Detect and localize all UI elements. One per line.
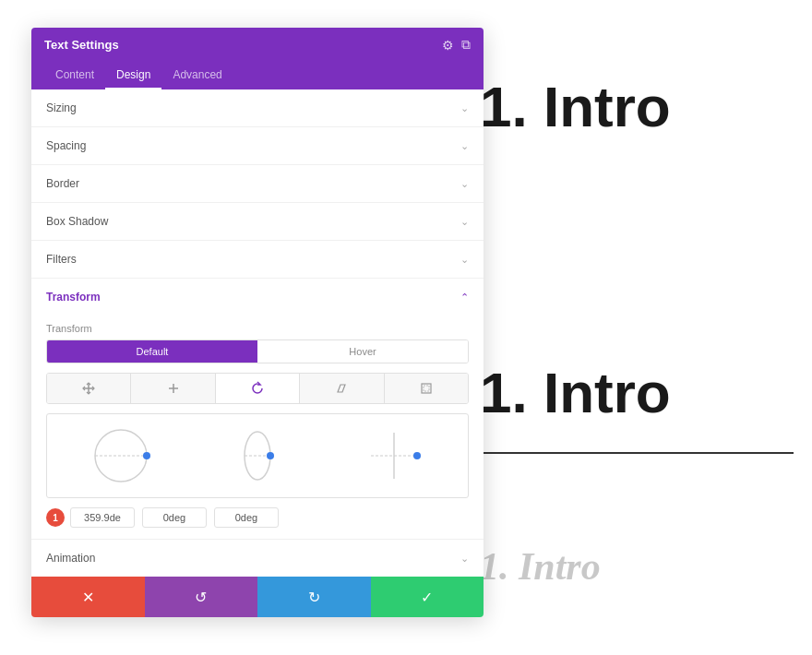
dial-z-visual[interactable] — [362, 423, 426, 488]
settings-icon[interactable]: ⚙ — [442, 38, 454, 53]
expand-icon[interactable]: ⧉ — [461, 37, 471, 53]
panel-title: Text Settings — [44, 38, 119, 52]
section-transform[interactable]: Transform ⌃ — [31, 279, 484, 316]
scale-icon-btn[interactable] — [385, 374, 468, 403]
animation-label: Animation — [46, 552, 95, 565]
dial-x-visual[interactable] — [89, 423, 153, 488]
x-badge: 1 — [46, 508, 65, 527]
svg-point-8 — [143, 452, 150, 459]
undo-icon: ↺ — [195, 589, 207, 606]
redo-button[interactable]: ↻ — [257, 577, 371, 617]
undo-button[interactable]: ↺ — [145, 577, 258, 617]
sizing-chevron: ⌄ — [460, 102, 469, 114]
confirm-icon: ✓ — [421, 589, 433, 606]
cancel-icon: ✕ — [82, 589, 94, 606]
bg-intro-3: 1. Intro — [480, 544, 601, 589]
tab-content[interactable]: Content — [44, 62, 105, 89]
state-default-btn[interactable]: Default — [47, 340, 257, 363]
y-rotation-input[interactable] — [142, 507, 207, 528]
tabs-bar: Content Design Advanced — [31, 62, 484, 89]
add-icon-btn[interactable] — [131, 374, 215, 403]
transform-label: Transform — [46, 291, 101, 304]
svg-point-9 — [245, 432, 270, 480]
redo-icon: ↻ — [308, 589, 320, 606]
section-spacing[interactable]: Spacing ⌄ — [31, 127, 484, 165]
header-icons: ⚙ ⧉ — [442, 37, 471, 53]
svg-point-14 — [413, 452, 421, 459]
filters-chevron: ⌄ — [460, 254, 469, 266]
state-hover-btn[interactable]: Hover — [257, 340, 468, 363]
text-settings-panel: Text Settings ⚙ ⧉ Content Design Advance… — [31, 28, 484, 617]
spacing-chevron: ⌄ — [460, 140, 469, 152]
sizing-label: Sizing — [46, 101, 77, 114]
transform-chevron: ⌃ — [460, 292, 469, 304]
transform-content: Transform Default Hover — [31, 316, 484, 540]
panel-header: Text Settings ⚙ ⧉ — [31, 28, 484, 62]
section-filters[interactable]: Filters ⌄ — [31, 241, 484, 279]
section-animation[interactable]: Animation ⌄ — [31, 540, 484, 577]
section-sizing[interactable]: Sizing ⌄ — [31, 89, 484, 127]
box-shadow-chevron: ⌄ — [460, 216, 469, 228]
skew-icon-btn[interactable] — [300, 374, 384, 403]
move-icon-btn[interactable] — [47, 374, 131, 403]
dial-x — [89, 423, 153, 488]
box-shadow-label: Box Shadow — [46, 215, 108, 228]
transform-sublabel: Transform — [46, 316, 469, 339]
tab-design[interactable]: Design — [105, 62, 161, 89]
spacing-label: Spacing — [46, 139, 86, 152]
rotation-area — [46, 413, 469, 498]
bg-intro-1: 1. Intro — [480, 74, 671, 139]
filters-label: Filters — [46, 253, 77, 266]
border-label: Border — [46, 177, 79, 190]
dial-y — [225, 423, 290, 488]
degree-inputs-row: 1 — [46, 507, 469, 528]
bottom-toolbar: ✕ ↺ ↻ ✓ — [31, 577, 484, 617]
dial-z — [362, 423, 426, 488]
transform-icons-row — [46, 373, 469, 404]
x-rotation-input[interactable] — [70, 507, 135, 528]
state-toggle: Default Hover — [46, 339, 469, 363]
cancel-button[interactable]: ✕ — [31, 577, 145, 617]
svg-point-11 — [267, 452, 274, 459]
tab-advanced[interactable]: Advanced — [161, 62, 233, 89]
border-chevron: ⌄ — [460, 178, 469, 190]
section-border[interactable]: Border ⌄ — [31, 165, 484, 203]
svg-rect-5 — [424, 386, 429, 391]
animation-chevron: ⌄ — [460, 553, 469, 565]
input-group-x: 1 — [46, 507, 135, 528]
bg-intro-2: 1. Intro — [480, 360, 671, 425]
z-rotation-input[interactable] — [214, 507, 279, 528]
rotate-icon-btn[interactable] — [216, 374, 300, 403]
dial-y-visual[interactable] — [225, 423, 290, 488]
bg-divider — [480, 452, 794, 454]
confirm-button[interactable]: ✓ — [371, 577, 484, 617]
section-box-shadow[interactable]: Box Shadow ⌄ — [31, 203, 484, 241]
